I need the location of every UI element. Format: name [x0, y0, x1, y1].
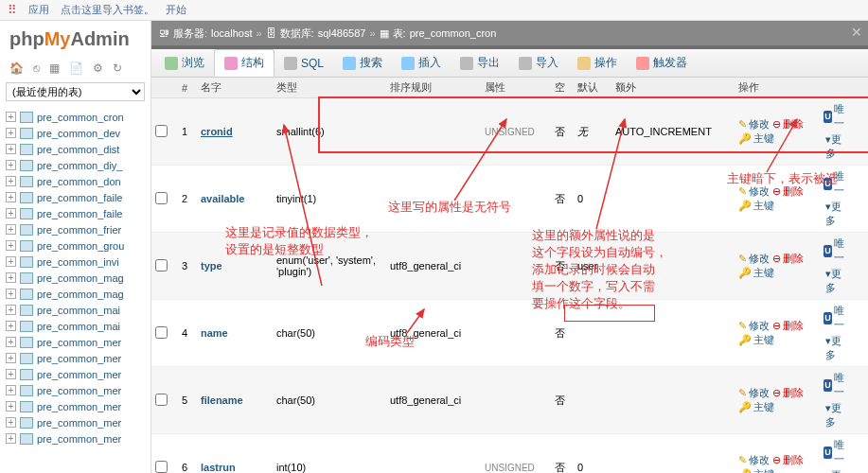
tab-sql[interactable]: SQL [275, 52, 333, 75]
expand-icon[interactable]: + [6, 256, 16, 267]
expand-icon[interactable]: + [6, 192, 16, 202]
table-row-8[interactable]: +pre_common_grou [6, 237, 151, 254]
tab-insert[interactable]: 插入 [392, 50, 451, 76]
table-row-10[interactable]: +pre_common_mag [6, 270, 151, 286]
table-row-9[interactable]: +pre_common_invi [6, 254, 151, 270]
column-name[interactable]: type [197, 256, 273, 275]
table-row-13[interactable]: +pre_common_mai [6, 318, 151, 334]
column-name[interactable]: filename [197, 391, 273, 410]
tab-import[interactable]: 导入 [509, 50, 568, 76]
tab-operations[interactable]: 操作 [568, 50, 627, 76]
expand-icon[interactable]: + [6, 240, 16, 251]
column-name[interactable]: name [197, 324, 273, 342]
delete-button[interactable]: ⊖删除 [772, 252, 804, 266]
delete-button[interactable]: ⊖删除 [772, 386, 804, 400]
tab-search[interactable]: 搜索 [333, 50, 392, 76]
table-row-4[interactable]: +pre_common_don [6, 173, 151, 189]
expand-icon[interactable]: + [6, 160, 16, 170]
table-row-5[interactable]: +pre_common_faile [6, 189, 151, 205]
sql-icon[interactable]: ▦ [49, 61, 60, 75]
expand-icon[interactable]: + [6, 176, 16, 186]
row-checkbox[interactable] [155, 461, 168, 473]
edit-button[interactable]: ✎修改 [738, 319, 770, 333]
expand-icon[interactable]: + [6, 289, 16, 299]
delete-button[interactable]: ⊖删除 [772, 319, 804, 333]
edit-button[interactable]: ✎修改 [738, 117, 770, 131]
unique-button[interactable]: U唯一 [824, 169, 848, 198]
table-row-15[interactable]: +pre_common_mer [6, 350, 151, 366]
home-icon[interactable]: 🏠 [9, 61, 24, 75]
primary-key-button[interactable]: 🔑主键 [738, 333, 774, 347]
table-row-19[interactable]: +pre_common_mer [6, 414, 151, 430]
table-row-3[interactable]: +pre_common_diy_ [6, 157, 151, 173]
tab-browse[interactable]: 浏览 [155, 50, 214, 76]
expand-icon[interactable]: + [6, 208, 16, 219]
column-name[interactable]: available [197, 189, 273, 208]
more-dropdown[interactable]: ▾更多 [825, 468, 848, 473]
column-name[interactable]: lastrun [197, 458, 273, 473]
expand-icon[interactable]: + [6, 433, 16, 444]
table-row-6[interactable]: +pre_common_faile [6, 205, 151, 221]
breadcrumb-server[interactable]: localhost [211, 27, 252, 39]
expand-icon[interactable]: + [6, 337, 16, 347]
unique-button[interactable]: U唯一 [824, 371, 848, 399]
recent-tables-select[interactable]: (最近使用的表) [6, 82, 145, 101]
table-row-7[interactable]: +pre_common_frier [6, 221, 151, 237]
table-row-1[interactable]: +pre_common_dev [6, 125, 151, 141]
row-checkbox[interactable] [155, 259, 168, 272]
unique-button[interactable]: U唯一 [824, 102, 848, 131]
row-checkbox[interactable] [155, 394, 168, 406]
tab-export[interactable]: 导出 [451, 50, 509, 76]
expand-icon[interactable]: + [6, 353, 16, 363]
expand-icon[interactable]: + [6, 305, 16, 315]
unique-button[interactable]: U唯一 [824, 438, 848, 466]
table-row-16[interactable]: +pre_common_mer [6, 366, 151, 382]
apps-grid-icon[interactable]: ⠿ [8, 3, 17, 17]
reload-icon[interactable]: ↻ [113, 61, 122, 75]
expand-icon[interactable]: + [6, 401, 16, 412]
delete-button[interactable]: ⊖删除 [772, 184, 804, 199]
primary-key-button[interactable]: 🔑主键 [738, 131, 774, 146]
expand-icon[interactable]: + [6, 417, 16, 428]
import-bookmarks-tip[interactable]: 点击这里导入书签。 [61, 3, 154, 17]
more-dropdown[interactable]: ▾更多 [825, 132, 848, 161]
expand-icon[interactable]: + [6, 272, 16, 283]
more-dropdown[interactable]: ▾更多 [825, 267, 848, 295]
table-row-12[interactable]: +pre_common_mai [6, 302, 151, 318]
edit-button[interactable]: ✎修改 [738, 184, 770, 199]
unique-button[interactable]: U唯一 [824, 236, 848, 265]
table-row-0[interactable]: +pre_common_cron [6, 109, 151, 125]
expand-icon[interactable]: + [6, 144, 16, 154]
expand-icon[interactable]: + [6, 224, 16, 235]
primary-key-button[interactable]: 🔑主键 [738, 266, 774, 280]
settings-icon[interactable]: ⚙ [93, 61, 103, 75]
expand-icon[interactable]: + [6, 112, 16, 122]
edit-button[interactable]: ✎修改 [738, 453, 770, 467]
apps-link[interactable]: 应用 [28, 3, 49, 17]
close-icon[interactable]: ✕ [851, 25, 862, 40]
breadcrumb-db[interactable]: sql486587 [318, 27, 366, 39]
start-link[interactable]: 开始 [166, 3, 186, 17]
expand-icon[interactable]: + [6, 128, 16, 138]
unique-button[interactable]: U唯一 [824, 304, 848, 332]
edit-button[interactable]: ✎修改 [738, 252, 770, 266]
table-row-14[interactable]: +pre_common_mer [6, 334, 151, 350]
table-row-18[interactable]: +pre_common_mer [6, 398, 151, 414]
table-row-2[interactable]: +pre_common_dist [6, 141, 151, 157]
logout-icon[interactable]: ⎋ [33, 61, 40, 75]
column-name[interactable]: cronid [197, 122, 273, 141]
row-checkbox[interactable] [155, 326, 168, 339]
primary-key-button[interactable]: 🔑主键 [738, 400, 774, 414]
docs-icon[interactable]: 📄 [69, 61, 83, 75]
expand-icon[interactable]: + [6, 321, 16, 331]
tab-triggers[interactable]: 触发器 [627, 50, 697, 76]
phpmyadmin-logo[interactable]: phpMyAdmin [0, 21, 151, 58]
primary-key-button[interactable]: 🔑主键 [738, 199, 774, 213]
table-row-11[interactable]: +pre_common_mag [6, 286, 151, 302]
delete-button[interactable]: ⊖删除 [772, 453, 804, 467]
expand-icon[interactable]: + [6, 369, 16, 379]
row-checkbox[interactable] [155, 192, 168, 204]
expand-icon[interactable]: + [6, 385, 16, 395]
table-row-20[interactable]: +pre_common_mer [6, 430, 151, 447]
table-row-17[interactable]: +pre_common_mer [6, 382, 151, 398]
